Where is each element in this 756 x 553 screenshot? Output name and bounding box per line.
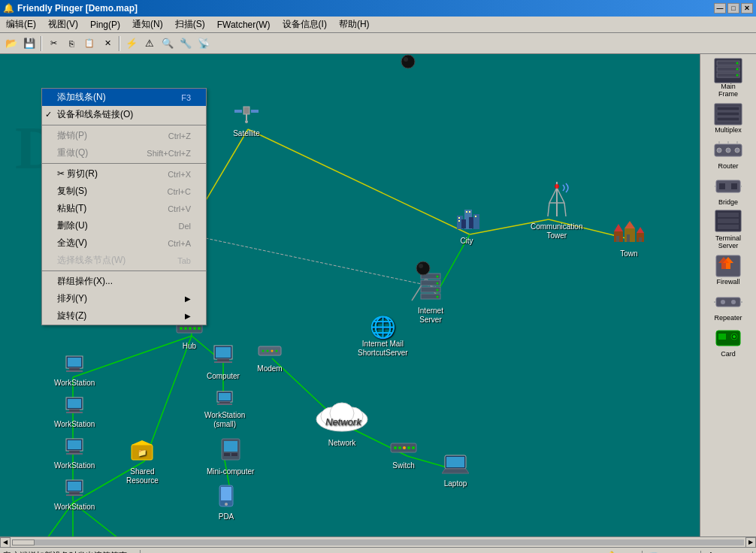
svg-point-146	[736, 68, 739, 71]
maximize-button[interactable]: □	[727, 3, 739, 14]
toolbar-save[interactable]: 💾	[21, 35, 38, 52]
toolbar-delete[interactable]: ✕	[99, 35, 116, 52]
toolbar-warn[interactable]: ⚠	[141, 35, 158, 52]
svg-rect-113	[627, 234, 630, 242]
menu-view[interactable]: 视图(V)	[42, 17, 84, 32]
node-modem[interactable]: Modem	[257, 342, 283, 373]
menu-notify[interactable]: 通知(N)	[126, 17, 169, 32]
svg-point-173	[731, 300, 736, 304]
node-ws4[interactable]: WorkStation	[54, 479, 95, 512]
ctx-cut[interactable]: ✂ 剪切(R) Ctrl+X	[42, 165, 206, 183]
mini-computer-icon	[219, 437, 242, 466]
minimize-button[interactable]: —	[714, 3, 726, 14]
ctx-dev-link[interactable]: 设备和线条链接(O)	[42, 106, 206, 123]
menu-ping[interactable]: Ping(P)	[84, 18, 126, 32]
menu-help[interactable]: 帮助(H)	[333, 17, 376, 32]
sphere2-icon	[401, 54, 416, 72]
scroll-left-btn[interactable]: ◀	[0, 537, 11, 548]
node-hub[interactable]: Hub	[175, 321, 204, 351]
toolbar-antenna[interactable]: 📡	[195, 35, 212, 52]
node-ws2[interactable]: WorkStation	[54, 396, 95, 429]
node-ws1[interactable]: WorkStation	[54, 355, 95, 388]
node-ws-small[interactable]: WorkStation(small)	[204, 390, 245, 429]
svg-rect-52	[217, 359, 229, 361]
ctx-group[interactable]: 群组操作(X)...	[42, 273, 206, 290]
network-canvas[interactable]: De	[0, 54, 700, 536]
svg-rect-65	[69, 409, 80, 412]
node-ws3[interactable]: WorkStation	[54, 437, 95, 470]
ctx-redo-shortcut: Shift+Ctrl+Z	[147, 149, 191, 158]
node-sphere1[interactable]	[416, 261, 431, 279]
node-town[interactable]: Town	[612, 218, 646, 258]
node-shared[interactable]: 📁 SharedResource	[126, 439, 159, 485]
svg-point-105	[555, 184, 559, 189]
device-router[interactable]: Router	[703, 137, 754, 171]
node-switch[interactable]: Switch	[389, 440, 418, 470]
ws4-label: WorkStation	[54, 503, 95, 512]
ws2-label: WorkStation	[54, 420, 95, 429]
toolbar-paste[interactable]: 📋	[81, 35, 98, 52]
menu-devinfo[interactable]: 设备信息(I)	[277, 17, 333, 32]
device-card[interactable]: Card	[703, 325, 754, 359]
ctx-selectline[interactable]: 选择线条节点(W) Tab	[42, 252, 206, 269]
titlebar-controls: — □ ✕	[714, 3, 753, 14]
ctx-undo[interactable]: 撤销(P) Ctrl+Z	[42, 127, 206, 144]
svg-point-46	[184, 327, 187, 330]
svg-rect-74	[66, 494, 83, 496]
scroll-track[interactable]	[12, 539, 744, 545]
ws1-icon	[64, 355, 85, 377]
node-laptop[interactable]: Laptop	[442, 454, 469, 488]
svg-rect-171	[716, 298, 740, 307]
node-comm-tower[interactable]: CommunicationTower	[531, 180, 582, 240]
svg-marker-80	[132, 440, 153, 445]
device-mainframe[interactable]: MainFrame	[703, 57, 754, 99]
ctx-copy[interactable]: 复制(S) Ctrl+C	[42, 183, 206, 200]
node-network[interactable]: Network Network	[312, 397, 372, 448]
device-multiplex[interactable]: Multiplex	[703, 101, 754, 135]
node-mini-computer[interactable]: Mini-computer	[207, 437, 254, 476]
scroll-right-btn[interactable]: ▶	[745, 537, 756, 548]
svg-point-179	[733, 335, 736, 338]
device-bridge[interactable]: Bridge	[703, 173, 754, 207]
node-sphere2[interactable]	[401, 54, 416, 72]
menu-scan[interactable]: 扫描(S)	[169, 17, 211, 32]
close-button[interactable]: ✕	[741, 3, 753, 14]
toolbar-tool[interactable]: 🔧	[177, 35, 194, 52]
ctx-arrange[interactable]: 排列(Y) ▶	[42, 290, 206, 307]
svg-point-125	[401, 55, 415, 68]
ctx-arrange-arrow: ▶	[185, 295, 191, 303]
menu-edit[interactable]: 编辑(E)	[0, 17, 42, 32]
ctx-delete[interactable]: 删除(U) Del	[42, 217, 206, 234]
node-city[interactable]: City	[451, 201, 482, 246]
svg-rect-69	[69, 451, 80, 453]
ctx-paste[interactable]: 粘贴(T) Ctrl+V	[42, 200, 206, 217]
device-firewall[interactable]: Firewall	[703, 252, 754, 287]
computer-label: Computer	[207, 372, 240, 381]
ctx-selectall[interactable]: 全选(V) Ctrl+A	[42, 234, 206, 252]
node-internet-mail[interactable]: 🌐 Internet MailShortcutServer	[358, 317, 408, 358]
node-computer[interactable]: Computer	[207, 343, 240, 381]
toolbar-sep1	[41, 36, 42, 51]
ctx-rotate[interactable]: 旋转(Z) ▶	[42, 307, 206, 325]
ctx-add-link[interactable]: 添加线条(N) F3	[42, 89, 206, 106]
device-terminal-server[interactable]: TerminalServer	[703, 209, 754, 251]
ws3-icon	[64, 437, 85, 460]
node-pda[interactable]: PDA	[218, 484, 234, 521]
svg-rect-27	[251, 110, 259, 113]
svg-point-153	[717, 148, 721, 153]
scroll-thumb[interactable]	[12, 539, 35, 545]
ctx-redo[interactable]: 重做(Q) Shift+Ctrl+Z	[42, 144, 206, 162]
menu-fwatcher[interactable]: FWatcher(W)	[211, 18, 277, 32]
node-internet-server[interactable]: InternetServer	[416, 272, 445, 325]
node-satellite[interactable]: Satellite	[233, 98, 260, 138]
svg-line-103	[548, 203, 549, 216]
toolbar-cut[interactable]: ✂	[45, 35, 62, 52]
toolbar-search[interactable]: 🔍	[159, 35, 176, 52]
ctx-cut-label: ✂ 剪切(R)	[57, 168, 98, 180]
device-repeater[interactable]: Repeater	[703, 289, 754, 323]
toolbar-new[interactable]: 📂	[3, 35, 20, 52]
toolbar-alert[interactable]: ⚡	[123, 35, 140, 52]
toolbar-copy[interactable]: ⎘	[63, 35, 80, 52]
shared-label: SharedResource	[126, 467, 159, 485]
svg-point-122	[437, 296, 439, 298]
